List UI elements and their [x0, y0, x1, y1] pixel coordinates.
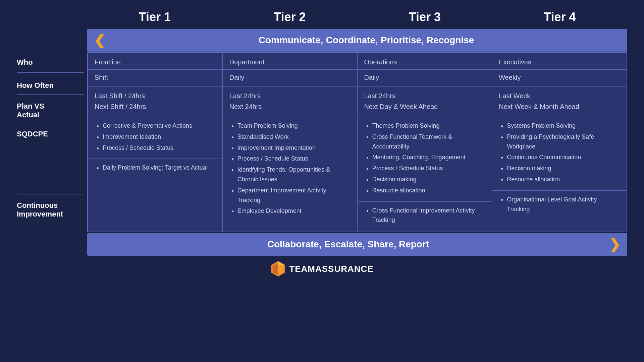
tier-header-row: Tier 1 Tier 2 Tier 3 Tier 4	[87, 7, 627, 29]
list-item: Mentoring, Coaching, Engagement	[372, 153, 485, 162]
tier3-ci: Cross Functional Improvement Activity Tr…	[364, 206, 485, 227]
list-item: Improvement Implementation	[237, 143, 351, 153]
list-item: Cross Functional Teamwork & Accountabili…	[372, 132, 485, 152]
list-item: Decision making	[507, 164, 620, 173]
list-item: Team Problem Solving	[237, 121, 351, 131]
logo-area: TEAMASSURANCE	[17, 260, 627, 277]
tier1-who: Frontline	[95, 58, 216, 69]
label-who: Who	[17, 58, 33, 67]
tier-4-col: Executives Weekly Last WeekNext Week & M…	[492, 53, 627, 232]
tier-3-col: Operations Daily Last 24hrsNext Day & We…	[358, 53, 492, 232]
list-item: Corrective & Preventative Actions	[103, 121, 216, 131]
list-item: Standardised Work	[237, 132, 351, 142]
list-item: Process / Schedule Status	[372, 164, 485, 173]
tier3-plan-actual: Last 24hrsNext Day & Week Ahead	[364, 90, 485, 117]
tier-1-header: Tier 1	[87, 7, 222, 29]
label-how-often: How Often	[17, 81, 54, 90]
teamassurance-logo-icon	[270, 260, 286, 277]
list-item: Decision making	[372, 175, 485, 184]
main-container: Tier 1 Tier 2 Tier 3 Tier 4 ❮ Communicat…	[17, 0, 627, 277]
tier3-ci-list: Cross Functional Improvement Activity Tr…	[364, 206, 485, 225]
tier4-sqdcpe-list: Systems Problem Solving Providing a Psyc…	[499, 121, 620, 184]
tier2-sqdcpe-list: Team Problem Solving Standardised Work I…	[229, 121, 351, 216]
tier1-sqdcpe-list: Corrective & Preventative Actions Improv…	[95, 121, 216, 153]
top-banner: ❮ Communicate, Coordinate, Prioritise, R…	[87, 29, 627, 52]
data-columns: Frontline Shift Last Shift / 24hrsNext S…	[87, 52, 627, 232]
tier3-who: Operations	[364, 58, 485, 69]
tier4-sqdcpe: Systems Problem Solving Providing a Psyc…	[499, 121, 620, 190]
tier1-how-often: Shift	[95, 74, 216, 86]
tier1-sqdcpe: Corrective & Preventative Actions Improv…	[95, 121, 216, 159]
list-item: Daily Problem Solving: Target vs Actual	[103, 163, 216, 173]
tier2-who: Department	[229, 58, 351, 69]
right-arrow-icon: ❯	[609, 238, 621, 251]
list-item: Process / Schedule Status	[103, 143, 216, 153]
tier-4-header: Tier 4	[492, 7, 628, 29]
tier4-ci: Organisational Level Goal Activity Track…	[499, 195, 620, 216]
list-item: Cross Functional Improvement Activity Tr…	[372, 206, 485, 225]
tier4-how-often: Weekly	[499, 74, 620, 86]
list-item: Employee Development	[237, 206, 351, 216]
list-item: Themes Problem Solving	[372, 121, 485, 131]
list-item: Improvement Ideation	[103, 132, 216, 142]
tier2-plan-actual: Last 24hrsNext 24hrs	[229, 90, 351, 117]
list-item: Organisational Level Goal Activity Track…	[507, 195, 620, 214]
tier2-sqdcpe: Team Problem Solving Standardised Work I…	[229, 121, 351, 222]
list-item: Systems Problem Solving	[507, 121, 620, 131]
tier-2-header: Tier 2	[222, 7, 358, 29]
tier4-plan-actual: Last WeekNext Week & Month Ahead	[499, 90, 620, 117]
logo-assurance: ASSURANCE	[315, 264, 374, 274]
bottom-banner: Collaborate, Escalate, Share, Report ❯	[87, 233, 627, 256]
tier1-plan-actual: Last Shift / 24hrsNext Shift / 24hrs	[95, 90, 216, 117]
tier-1-col: Frontline Shift Last Shift / 24hrsNext S…	[88, 53, 223, 232]
list-item: Process / Schedule Status	[237, 154, 351, 164]
tier3-sqdcpe-list: Themes Problem Solving Cross Functional …	[364, 121, 485, 195]
list-item: Resource allocation	[372, 186, 485, 195]
logo-team: TEAM	[289, 264, 315, 274]
tier3-sqdcpe: Themes Problem Solving Cross Functional …	[364, 121, 485, 201]
label-sqdcpe: SQDCPE	[17, 130, 48, 138]
tier2-how-often: Daily	[229, 74, 351, 86]
tier-2-col: Department Daily Last 24hrsNext 24hrs Te…	[223, 53, 358, 232]
tier-3-header: Tier 3	[357, 7, 492, 29]
main-grid: Who How Often Plan VS Actual SQDCPE Cont…	[17, 52, 627, 232]
list-item: Resource allocation	[507, 175, 620, 184]
list-item: Identifying Trends: Opportunities & Chro…	[237, 165, 351, 184]
tier1-ci-list: Daily Problem Solving: Target vs Actual	[95, 163, 216, 173]
list-item: Providing a Psychologically Safe Workpla…	[507, 132, 620, 152]
logo-text: TEAMASSURANCE	[289, 264, 373, 274]
left-arrow-icon: ❮	[94, 34, 105, 47]
list-item: Continuous Communication	[507, 153, 620, 162]
row-labels: Who How Often Plan VS Actual SQDCPE Cont…	[17, 52, 87, 232]
label-plan-actual: Plan VS Actual	[17, 102, 44, 120]
label-ci: Continuous Improvement	[17, 201, 63, 219]
list-item: Department Improvement Activity Tracking	[237, 186, 351, 205]
tier4-who: Executives	[499, 58, 620, 69]
top-banner-text: Communicate, Coordinate, Prioritise, Rec…	[112, 35, 621, 46]
tier3-how-often: Daily	[364, 74, 485, 86]
svg-marker-3	[278, 261, 285, 265]
tier4-ci-list: Organisational Level Goal Activity Track…	[499, 195, 620, 214]
tier1-ci: Daily Problem Solving: Target vs Actual	[95, 163, 216, 174]
bottom-banner-text: Collaborate, Escalate, Share, Report	[94, 239, 602, 250]
